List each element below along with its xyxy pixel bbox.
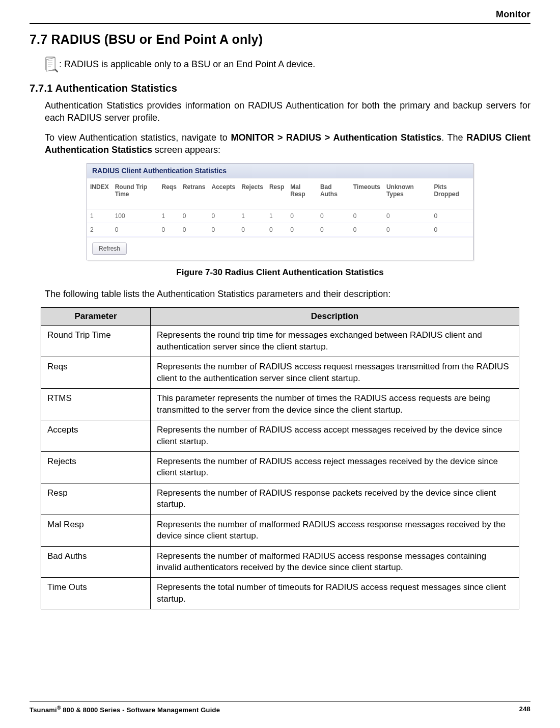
cell: 0 xyxy=(350,223,383,237)
cell: 0 xyxy=(209,223,239,237)
param-name: Rejects xyxy=(41,451,151,483)
page-footer: Tsunami® 800 & 8000 Series - Software Ma… xyxy=(30,702,530,714)
cell: 1 xyxy=(87,209,112,223)
param-desc: Represents the number of malformed RADIU… xyxy=(151,546,519,578)
param-row: RTMSThis parameter represents the number… xyxy=(41,389,519,420)
col-resp: Resp xyxy=(266,178,287,209)
p2-a: To view Authentication statistics, navig… xyxy=(45,132,231,143)
param-row: Mal RespRepresents the number of malform… xyxy=(41,515,519,546)
param-name: Bad Auths xyxy=(41,546,151,578)
table-row: 1 100 1 0 0 1 1 0 0 0 0 0 xyxy=(87,209,473,223)
cell: 0 xyxy=(287,209,317,223)
col-badauths: Bad Auths xyxy=(317,178,350,209)
cell: 0 xyxy=(180,223,209,237)
cell: 0 xyxy=(431,223,473,237)
figure-caption: Figure 7-30 Radius Client Authentication… xyxy=(30,267,530,278)
refresh-button[interactable]: Refresh xyxy=(92,242,127,255)
col-pktsdropped: Pkts Dropped xyxy=(431,178,473,209)
param-row: Time OutsRepresents the total number of … xyxy=(41,578,519,609)
param-row: RejectsRepresents the number of RADIUS a… xyxy=(41,451,519,483)
parameters-table: Parameter Description Round Trip TimeRep… xyxy=(41,307,519,609)
table-intro: The following table lists the Authentica… xyxy=(45,288,530,300)
param-row: RespRepresents the number of RADIUS resp… xyxy=(41,483,519,515)
note-text: : RADIUS is applicable only to a BSU or … xyxy=(59,59,315,70)
params-col-parameter: Parameter xyxy=(41,308,151,326)
cell: 1 xyxy=(158,209,179,223)
embedded-screenshot: RADIUS Client Authentication Statistics … xyxy=(87,163,473,260)
col-index: INDEX xyxy=(87,178,112,209)
col-reqs: Reqs xyxy=(158,178,179,209)
param-desc: Represents the number of RADIUS response… xyxy=(151,483,519,515)
cell: 0 xyxy=(431,209,473,223)
param-desc: Represents the number of RADIUS access a… xyxy=(151,420,519,452)
param-desc: Represents the round trip time for messa… xyxy=(151,326,519,357)
cell: 0 xyxy=(383,209,431,223)
cell: 0 xyxy=(317,209,350,223)
param-row: Round Trip TimeRepresents the round trip… xyxy=(41,326,519,357)
col-retrans: Retrans xyxy=(180,178,209,209)
param-name: Mal Resp xyxy=(41,515,151,546)
param-row: Bad AuthsRepresents the number of malfor… xyxy=(41,546,519,578)
p2-nav-path: MONITOR > RADIUS > Authentication Statis… xyxy=(231,132,442,143)
cell: 100 xyxy=(112,209,159,223)
cell: 0 xyxy=(350,209,383,223)
cell: 1 xyxy=(238,209,266,223)
param-desc: Represents the number of RADIUS access r… xyxy=(151,357,519,389)
page-number: 248 xyxy=(519,705,530,714)
table-row: 2 0 0 0 0 0 0 0 0 0 0 0 xyxy=(87,223,473,237)
cell: 0 xyxy=(180,209,209,223)
cell: 0 xyxy=(317,223,350,237)
subsection-heading: 7.7.1 Authentication Statistics xyxy=(30,83,530,94)
param-name: Time Outs xyxy=(41,578,151,609)
stats-table: INDEX Round Trip Time Reqs Retrans Accep… xyxy=(87,178,473,237)
param-row: AcceptsRepresents the number of RADIUS a… xyxy=(41,420,519,452)
params-col-description: Description xyxy=(151,308,519,326)
param-desc: This parameter represents the number of … xyxy=(151,389,519,420)
subsection-title: Authentication Statistics xyxy=(55,83,177,94)
footer-brand: Tsunami xyxy=(30,706,57,714)
col-accepts: Accepts xyxy=(209,178,239,209)
cell: 0 xyxy=(112,223,159,237)
paragraph-1: Authentication Statistics provides infor… xyxy=(45,99,530,124)
cell: 2 xyxy=(87,223,112,237)
param-name: Accepts xyxy=(41,420,151,452)
col-malresp: Mal Resp xyxy=(287,178,317,209)
cell: 0 xyxy=(383,223,431,237)
cell: 0 xyxy=(287,223,317,237)
param-name: RTMS xyxy=(41,389,151,420)
panel-title: RADIUS Client Authentication Statistics xyxy=(87,164,473,178)
section-number: 7.7 xyxy=(30,32,47,46)
cell: 0 xyxy=(266,223,287,237)
cell: 0 xyxy=(209,209,239,223)
note-block: : RADIUS is applicable only to a BSU or … xyxy=(45,56,530,72)
cell: 1 xyxy=(266,209,287,223)
subsection-number: 7.7.1 xyxy=(30,83,52,94)
cell: 0 xyxy=(238,223,266,237)
param-name: Reqs xyxy=(41,357,151,389)
col-rtt: Round Trip Time xyxy=(112,178,159,209)
param-desc: Represents the number of malformed RADIU… xyxy=(151,515,519,546)
param-desc: Represents the number of RADIUS access r… xyxy=(151,451,519,483)
col-timeouts: Timeouts xyxy=(350,178,383,209)
col-unknowntypes: Unknown Types xyxy=(383,178,431,209)
section-heading: 7.7 RADIUS (BSU or End Point A only) xyxy=(30,32,530,47)
header-rule xyxy=(30,23,530,24)
footer-series: 800 & 8000 Series - Software Management … xyxy=(61,706,220,714)
footer-left: Tsunami® 800 & 8000 Series - Software Ma… xyxy=(30,705,220,714)
col-rejects: Rejects xyxy=(238,178,266,209)
running-header: Monitor xyxy=(30,0,530,23)
cell: 0 xyxy=(158,223,179,237)
section-title: RADIUS (BSU or End Point A only) xyxy=(51,32,263,46)
param-row: ReqsRepresents the number of RADIUS acce… xyxy=(41,357,519,389)
param-name: Round Trip Time xyxy=(41,326,151,357)
paragraph-2: To view Authentication statistics, navig… xyxy=(45,131,530,156)
p2-e: screen appears: xyxy=(152,145,220,155)
p2-c: . The xyxy=(441,132,466,143)
param-desc: Represents the total number of timeouts … xyxy=(151,578,519,609)
note-icon xyxy=(45,56,58,72)
footer-rule xyxy=(30,702,530,702)
param-name: Resp xyxy=(41,483,151,515)
